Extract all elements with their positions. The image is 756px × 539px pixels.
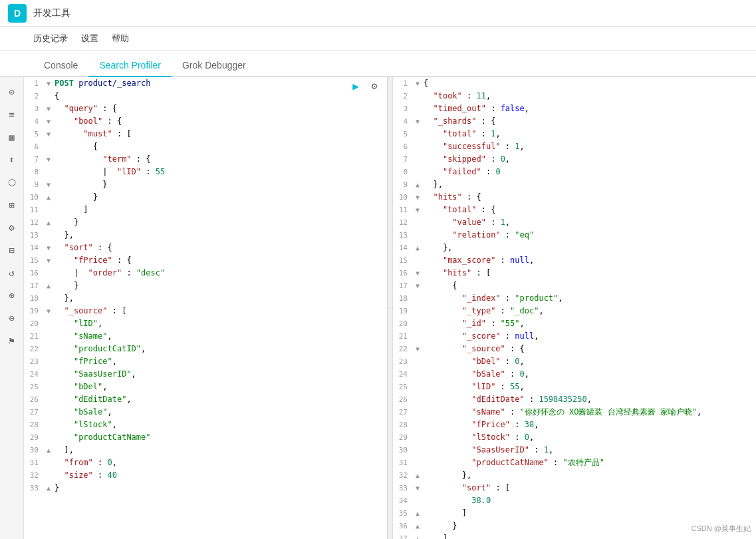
line-number: 30 bbox=[25, 445, 44, 456]
table-row: 19 "_type" : "_doc", bbox=[393, 305, 756, 317]
line-number: 3 bbox=[394, 103, 413, 115]
fold-button[interactable]: ▲ bbox=[44, 482, 53, 494]
table-row: 8 | "lID" : 55 bbox=[24, 166, 387, 178]
fold-button bbox=[44, 90, 53, 102]
left-panel: ▶ ⚙ 1▼POST product/_search2 {3▼ "query" … bbox=[24, 77, 388, 539]
code-content: "fPrice" : 38, bbox=[422, 419, 755, 431]
menu-settings[interactable]: 设置 bbox=[81, 33, 98, 45]
code-content: "lStock" : 0, bbox=[422, 431, 755, 443]
code-content: }, bbox=[53, 292, 386, 304]
table-row: 13 }, bbox=[24, 229, 387, 242]
code-content: "bool" : { bbox=[53, 115, 386, 127]
fold-button[interactable]: ▲ bbox=[413, 533, 422, 539]
sidebar-icon-8[interactable]: ↺ bbox=[3, 264, 21, 282]
fold-button[interactable]: ▼ bbox=[44, 242, 53, 254]
tab-grok-debugger[interactable]: Grok Debugger bbox=[172, 55, 257, 77]
left-toolbar: ▶ ⚙ bbox=[348, 79, 382, 93]
code-content: POST product/_search bbox=[53, 77, 386, 89]
fold-button[interactable]: ▲ bbox=[44, 217, 53, 229]
menu-history[interactable]: 历史记录 bbox=[33, 33, 68, 45]
line-number: 29 bbox=[394, 432, 413, 444]
app-title: 开发工具 bbox=[33, 7, 70, 19]
table-row: 2 "took" : 11, bbox=[393, 90, 756, 102]
tab-search-profiler[interactable]: Search Profiler bbox=[88, 55, 172, 77]
table-row: 3▼ "query" : { bbox=[24, 102, 387, 115]
fold-button[interactable]: ▼ bbox=[413, 192, 422, 204]
table-row: 9▼ } bbox=[24, 178, 387, 191]
fold-button bbox=[413, 356, 422, 368]
fold-button[interactable]: ▼ bbox=[413, 280, 422, 292]
fold-button[interactable]: ▼ bbox=[44, 179, 53, 191]
sidebar-icon-3[interactable]: ⬆ bbox=[3, 150, 21, 169]
table-row: 24 "bSale" : 0, bbox=[393, 368, 756, 381]
table-row: 23 "fPrice", bbox=[24, 355, 387, 368]
right-code-editor: 1▼{2 "took" : 11,3 "timed_out" : false,4… bbox=[393, 77, 756, 539]
code-content: } bbox=[53, 191, 386, 203]
fold-button bbox=[44, 419, 53, 431]
code-content: "sort" : { bbox=[53, 242, 386, 254]
line-number: 31 bbox=[394, 457, 413, 469]
settings-icon[interactable]: ⚙ bbox=[367, 79, 382, 93]
line-number: 29 bbox=[25, 432, 44, 444]
panel-divider[interactable]: ⋮ bbox=[388, 77, 393, 539]
sidebar-icon-5[interactable]: ⊞ bbox=[3, 196, 21, 214]
fold-button[interactable]: ▲ bbox=[44, 280, 53, 292]
line-number: 6 bbox=[394, 141, 413, 153]
code-content: "successful" : 1, bbox=[422, 140, 755, 152]
run-button[interactable]: ▶ bbox=[348, 79, 363, 93]
fold-button[interactable]: ▲ bbox=[413, 242, 422, 254]
sidebar-icon-0[interactable]: ⊙ bbox=[3, 83, 21, 101]
fold-button[interactable]: ▼ bbox=[44, 103, 53, 115]
fold-button[interactable]: ▲ bbox=[413, 520, 422, 532]
fold-button bbox=[413, 381, 422, 393]
table-row: 26 "dEditDate", bbox=[24, 393, 387, 406]
fold-button[interactable]: ▲ bbox=[413, 179, 422, 191]
table-row: 5▼ "must" : [ bbox=[24, 128, 387, 140]
table-row: 21 "sName", bbox=[24, 330, 387, 343]
code-content: 38.0 bbox=[422, 494, 755, 506]
fold-button[interactable]: ▲ bbox=[413, 508, 422, 520]
line-number: 24 bbox=[25, 369, 44, 381]
code-content: "took" : 11, bbox=[422, 90, 755, 102]
code-content: "_type" : "_doc", bbox=[422, 305, 755, 317]
fold-button[interactable]: ▲ bbox=[44, 445, 53, 456]
fold-button[interactable]: ▼ bbox=[413, 268, 422, 279]
fold-button[interactable]: ▼ bbox=[44, 255, 53, 267]
sidebar-icon-10[interactable]: ⊖ bbox=[3, 309, 21, 327]
sidebar-icon-1[interactable]: ≡ bbox=[3, 105, 21, 124]
fold-button[interactable]: ▲ bbox=[413, 470, 422, 482]
fold-button[interactable]: ▼ bbox=[413, 343, 422, 355]
table-row: 9▲ }, bbox=[393, 178, 756, 191]
fold-button[interactable]: ▼ bbox=[44, 128, 53, 140]
menu-help[interactable]: 帮助 bbox=[112, 33, 129, 45]
code-content: "fPrice", bbox=[53, 355, 386, 367]
fold-button[interactable]: ▼ bbox=[44, 116, 53, 128]
fold-button[interactable]: ▼ bbox=[44, 305, 53, 317]
code-content: "bDel" : 0, bbox=[422, 355, 755, 367]
fold-button[interactable]: ▲ bbox=[44, 192, 53, 204]
line-number: 8 bbox=[394, 166, 413, 178]
fold-button bbox=[44, 470, 53, 482]
sidebar-icon-7[interactable]: ⊟ bbox=[3, 241, 21, 260]
line-number: 5 bbox=[25, 128, 44, 140]
code-content: "fPrice" : { bbox=[53, 254, 386, 266]
sidebar-icon-2[interactable]: ▦ bbox=[3, 128, 21, 146]
code-content: "SaasUserID", bbox=[53, 368, 386, 380]
sidebar-icon-6[interactable]: ⚙ bbox=[3, 218, 21, 237]
table-row: 21 "_score" : null, bbox=[393, 330, 756, 343]
line-number: 7 bbox=[25, 154, 44, 166]
fold-button[interactable]: ▼ bbox=[413, 204, 422, 216]
sidebar-icon-4[interactable]: ⬡ bbox=[3, 173, 21, 192]
sidebar-icon-9[interactable]: ⊕ bbox=[3, 286, 21, 305]
fold-button[interactable]: ▼ bbox=[413, 78, 422, 90]
code-content: "_source" : [ bbox=[53, 305, 386, 317]
sidebar-icon-11[interactable]: ⚑ bbox=[3, 331, 21, 350]
fold-button[interactable]: ▼ bbox=[44, 154, 53, 166]
fold-button[interactable]: ▼ bbox=[413, 116, 422, 128]
table-row: 11▼ "total" : { bbox=[393, 204, 756, 216]
fold-button[interactable]: ▼ bbox=[44, 78, 53, 90]
code-content: "value" : 1, bbox=[422, 216, 755, 228]
fold-button[interactable]: ▼ bbox=[413, 482, 422, 494]
table-row: 10▼ "hits" : { bbox=[393, 191, 756, 204]
tab-console[interactable]: Console bbox=[33, 55, 88, 77]
